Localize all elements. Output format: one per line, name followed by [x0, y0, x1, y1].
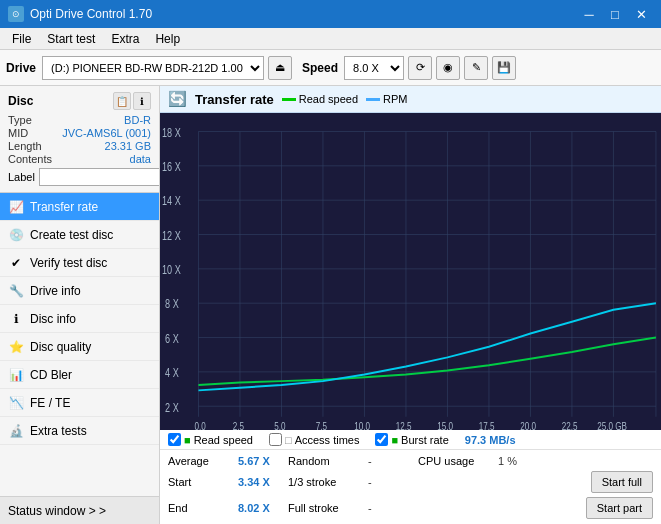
nav-create-test-disc[interactable]: 💿 Create test disc [0, 221, 159, 249]
nav-extra-tests[interactable]: 🔬 Extra tests [0, 417, 159, 445]
disc-contents-value: data [130, 153, 151, 165]
drive-select[interactable]: (D:) PIONEER BD-RW BDR-212D 1.00 [42, 56, 264, 80]
svg-text:17.5: 17.5 [479, 420, 495, 430]
refresh-button[interactable]: ⟳ [408, 56, 432, 80]
nav-create-test-disc-label: Create test disc [30, 228, 113, 242]
nav-drive-info[interactable]: 🔧 Drive info [0, 277, 159, 305]
checkbox-access-times-label: Access times [295, 434, 360, 446]
nav-disc-quality[interactable]: ⭐ Disc quality [0, 333, 159, 361]
record-button[interactable]: ◉ [436, 56, 460, 80]
disc-label-text: Label [8, 171, 35, 183]
eject-button[interactable]: ⏏ [268, 56, 292, 80]
disc-type-value: BD-R [124, 114, 151, 126]
svg-text:10.0: 10.0 [354, 420, 370, 430]
checkbox-read-speed[interactable]: ■ Read speed [168, 433, 253, 446]
toolbar: Drive (D:) PIONEER BD-RW BDR-212D 1.00 ⏏… [0, 50, 661, 86]
disc-clipboard-btn[interactable]: 📋 [113, 92, 131, 110]
disc-icon-buttons: 📋 ℹ [113, 92, 151, 110]
nav-verify-test-disc[interactable]: ✔ Verify test disc [0, 249, 159, 277]
checkbox-burst-rate[interactable]: ■ Burst rate [375, 433, 448, 446]
disc-quality-icon: ⭐ [8, 339, 24, 355]
chart-container: 18 X 16 X 14 X 12 X 10 X 8 X 6 X 4 X 2 X… [160, 113, 661, 430]
status-window-btn[interactable]: Status window > > [0, 496, 159, 524]
svg-text:25.0 GB: 25.0 GB [597, 420, 627, 430]
close-button[interactable]: ✕ [629, 4, 653, 24]
stat-random-label: Random [288, 455, 368, 467]
checkbox-access-times-input[interactable] [269, 433, 282, 446]
fe-te-icon: 📉 [8, 395, 24, 411]
titlebar: ⊙ Opti Drive Control 1.70 ─ □ ✕ [0, 0, 661, 28]
start-part-button[interactable]: Start part [586, 497, 653, 519]
menu-start-test[interactable]: Start test [39, 30, 103, 48]
disc-length-value: 23.31 GB [105, 140, 151, 152]
menu-file[interactable]: File [4, 30, 39, 48]
stat-random-value: - [368, 455, 418, 467]
checkbox-read-speed-label: Read speed [194, 434, 253, 446]
menu-help[interactable]: Help [147, 30, 188, 48]
speed-label: Speed [302, 61, 338, 75]
svg-text:22.5: 22.5 [562, 420, 578, 430]
stat-average-value: 5.67 X [238, 455, 288, 467]
nav-fe-te[interactable]: 📉 FE / TE [0, 389, 159, 417]
nav-drive-info-label: Drive info [30, 284, 81, 298]
main-layout: Disc 📋 ℹ Type BD-R MID JVC-AMS6L (001) L… [0, 86, 661, 524]
stat-start-value: 3.34 X [238, 476, 288, 488]
legend-rpm: RPM [366, 93, 407, 105]
nav-extra-tests-label: Extra tests [30, 424, 87, 438]
extra-tests-icon: 🔬 [8, 423, 24, 439]
svg-text:5.0: 5.0 [274, 420, 285, 430]
save-button[interactable]: 💾 [492, 56, 516, 80]
svg-text:20.0: 20.0 [520, 420, 536, 430]
nav-cd-bler[interactable]: 📊 CD Bler [0, 361, 159, 389]
cd-bler-icon: 📊 [8, 367, 24, 383]
create-test-disc-icon: 💿 [8, 227, 24, 243]
stats-rows: Average 5.67 X Random - CPU usage 1 % St… [160, 450, 661, 524]
legend-read-speed-label: Read speed [299, 93, 358, 105]
maximize-button[interactable]: □ [603, 4, 627, 24]
speed-select[interactable]: 8.0 X [344, 56, 404, 80]
stat-13stroke-value: - [368, 476, 418, 488]
checkbox-read-speed-input[interactable] [168, 433, 181, 446]
nav-cd-bler-label: CD Bler [30, 368, 72, 382]
chart-header: 🔄 Transfer rate Read speed RPM [160, 86, 661, 113]
svg-text:16 X: 16 X [162, 160, 181, 173]
minimize-button[interactable]: ─ [577, 4, 601, 24]
disc-panel: Disc 📋 ℹ Type BD-R MID JVC-AMS6L (001) L… [0, 86, 159, 193]
start-full-button[interactable]: Start full [591, 471, 653, 493]
svg-text:6 X: 6 X [165, 332, 179, 345]
nav-verify-test-disc-label: Verify test disc [30, 256, 107, 270]
edit-button[interactable]: ✎ [464, 56, 488, 80]
drive-label: Drive [6, 61, 36, 75]
nav-transfer-rate[interactable]: 📈 Transfer rate [0, 193, 159, 221]
legend-rpm-label: RPM [383, 93, 407, 105]
app-icon: ⊙ [8, 6, 24, 22]
sidebar: Disc 📋 ℹ Type BD-R MID JVC-AMS6L (001) L… [0, 86, 160, 524]
menu-extra[interactable]: Extra [103, 30, 147, 48]
nav-disc-info[interactable]: ℹ Disc info [0, 305, 159, 333]
disc-mid-row: MID JVC-AMS6L (001) [8, 127, 151, 139]
stats-row-average: Average 5.67 X Random - CPU usage 1 % [160, 453, 661, 469]
svg-text:15.0: 15.0 [437, 420, 453, 430]
transfer-rate-icon: 📈 [8, 199, 24, 215]
svg-text:18 X: 18 X [162, 126, 181, 139]
checkbox-access-times[interactable]: □ Access times [269, 433, 359, 446]
disc-length-row: Length 23.31 GB [8, 140, 151, 152]
svg-text:7.5: 7.5 [316, 420, 327, 430]
legend-rpm-color [366, 98, 380, 101]
stat-average-label: Average [168, 455, 238, 467]
nav-fe-te-label: FE / TE [30, 396, 70, 410]
disc-info-btn[interactable]: ℹ [133, 92, 151, 110]
drive-info-icon: 🔧 [8, 283, 24, 299]
disc-mid-label: MID [8, 127, 28, 139]
checkbox-burst-rate-input[interactable] [375, 433, 388, 446]
svg-text:2 X: 2 X [165, 400, 179, 413]
verify-test-disc-icon: ✔ [8, 255, 24, 271]
stat-cpu-label: CPU usage [418, 455, 498, 467]
svg-text:10 X: 10 X [162, 263, 181, 276]
nav-section: 📈 Transfer rate 💿 Create test disc ✔ Ver… [0, 193, 159, 496]
stat-start-label: Start [168, 476, 238, 488]
stats-row-start: Start 3.34 X 1/3 stroke - Start full [160, 469, 661, 495]
label-input[interactable] [39, 168, 160, 186]
chart-title: Transfer rate [195, 92, 274, 107]
nav-disc-quality-label: Disc quality [30, 340, 91, 354]
